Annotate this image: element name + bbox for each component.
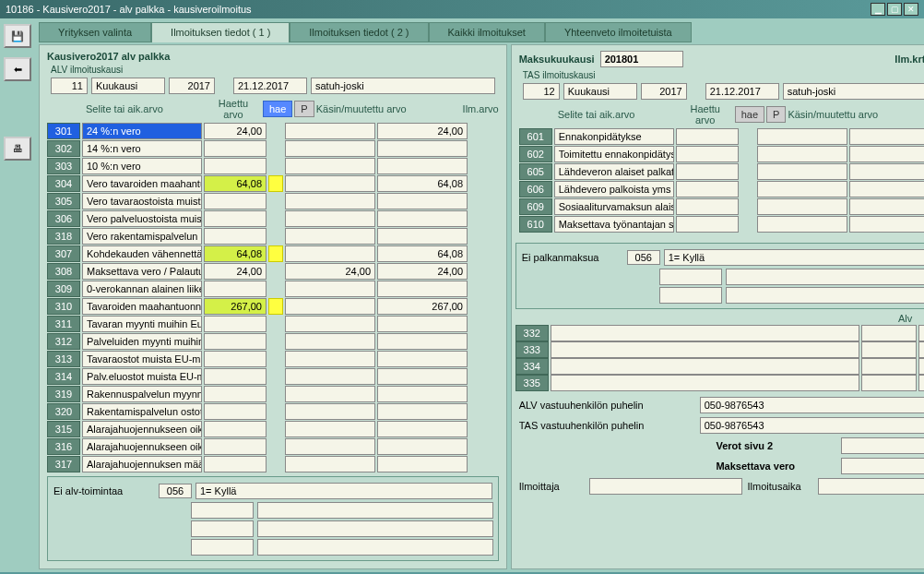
row-code[interactable]: 303 — [47, 158, 80, 174]
row-desc[interactable]: Maksettava vero / Palautu — [82, 263, 202, 280]
save-icon[interactable]: 💾 — [4, 24, 31, 48]
row-desc[interactable]: Tavaroiden maahantuonnit — [82, 298, 202, 315]
row-kasin[interactable] — [285, 210, 375, 227]
row-desc[interactable]: Tavaran myynti muihin Eu — [82, 316, 202, 332]
row-haettu[interactable] — [676, 181, 739, 197]
row-kasin[interactable] — [285, 281, 375, 297]
row-desc[interactable]: Vero rakentamispalvelun o — [82, 228, 202, 245]
row-haettu[interactable] — [204, 386, 267, 402]
row-alv[interactable] — [861, 325, 917, 341]
row-desc[interactable]: Rakennuspalvelun myynn — [82, 386, 202, 402]
row-desc[interactable]: Vero tavaraostoista muist — [82, 193, 202, 209]
tab-yhteenveto[interactable]: Yhteenveto ilmoitetuista — [545, 22, 692, 42]
alv-period-year[interactable]: 2017 — [169, 78, 215, 94]
row-haettu[interactable] — [204, 421, 267, 437]
row-kasin[interactable] — [285, 421, 375, 437]
tas-period-user[interactable]: satuh-joski — [783, 83, 924, 100]
row-desc[interactable]: Lähdevero palkoista yms — [554, 181, 674, 197]
row-kasin[interactable] — [285, 193, 375, 209]
row-haettu[interactable] — [676, 146, 739, 162]
row-kasin[interactable] — [285, 158, 375, 174]
row-alv[interactable] — [861, 358, 917, 375]
row-haettu[interactable]: 64,08 — [204, 245, 267, 262]
tab-yrityksen[interactable]: Yrityksen valinta — [39, 22, 151, 42]
row-code[interactable]: 315 — [47, 421, 80, 437]
row-desc[interactable]: Lähdeveron alaiset palkat — [554, 163, 674, 180]
row-kasin[interactable] — [757, 216, 847, 233]
row-code[interactable]: 309 — [47, 281, 80, 297]
row-field[interactable] — [551, 375, 860, 391]
row-desc[interactable]: Palv.eluostot muista EU-m — [82, 368, 202, 385]
maksukuukausi-value[interactable]: 201801 — [600, 51, 683, 67]
alv-period-date[interactable]: 21.12.2017 — [233, 78, 307, 94]
row-code[interactable]: 312 — [47, 333, 80, 350]
row-kasin[interactable] — [285, 438, 375, 455]
row-desc[interactable]: Maksettava työnantajan s — [554, 216, 674, 233]
row-haettu[interactable] — [204, 333, 267, 350]
row-desc[interactable]: Alarajahuojennuksen määr — [82, 456, 202, 472]
row-haettu[interactable] — [204, 281, 267, 297]
row-haettu[interactable] — [204, 456, 267, 472]
row-code[interactable]: 311 — [47, 316, 80, 332]
row-alv[interactable] — [861, 375, 917, 391]
row-code[interactable]: 333 — [515, 341, 549, 358]
row-kasin[interactable] — [285, 316, 375, 332]
alv-hae-button[interactable]: hae — [263, 101, 292, 117]
row-code[interactable]: 313 — [47, 351, 80, 367]
row-code[interactable]: 318 — [47, 228, 80, 245]
row-desc[interactable]: Sosiaaliturvamaksun alais — [554, 198, 674, 215]
row-kasin[interactable] — [757, 146, 847, 162]
row-kasin[interactable] — [285, 351, 375, 367]
row-code[interactable]: 302 — [47, 140, 80, 157]
row-desc[interactable]: 24 %:n vero — [82, 123, 202, 139]
row-code[interactable]: 610 — [519, 216, 552, 233]
row-haettu[interactable] — [676, 216, 739, 233]
back-icon[interactable]: ⬅ — [4, 57, 31, 81]
row-haettu[interactable] — [204, 368, 267, 385]
row-kasin[interactable] — [285, 140, 375, 157]
row-haettu[interactable] — [204, 193, 267, 209]
row-desc[interactable]: Tavaraostot muista EU-m — [82, 351, 202, 367]
row-desc[interactable]: Alarajahuojennukseen oike — [82, 421, 202, 437]
row-tas[interactable] — [918, 358, 924, 375]
row-haettu[interactable]: 267,00 — [204, 298, 267, 315]
row-desc[interactable]: Toimitettu ennakonpidätys — [554, 146, 674, 162]
ei-alv-value[interactable]: 1= Kyllä — [195, 483, 492, 499]
print-icon[interactable]: 🖶 — [4, 137, 31, 161]
row-haettu[interactable]: 24,00 — [204, 123, 267, 139]
tab-ilmoituksen-1[interactable]: Ilmoituksen tiedot ( 1 ) — [151, 22, 290, 42]
row-kasin[interactable]: 24,00 — [285, 263, 375, 280]
row-haettu[interactable]: 24,00 — [204, 263, 267, 280]
row-code[interactable]: 609 — [519, 198, 552, 215]
row-haettu[interactable] — [204, 210, 267, 227]
row-haettu[interactable] — [676, 198, 739, 215]
row-desc[interactable]: Ennakonpidätykse — [554, 128, 674, 145]
row-haettu[interactable] — [204, 158, 267, 174]
tab-kaikki[interactable]: Kaikki ilmoitukset — [429, 22, 545, 42]
row-haettu[interactable] — [204, 351, 267, 367]
row-kasin[interactable] — [285, 228, 375, 245]
row-field[interactable] — [551, 341, 860, 358]
row-tas[interactable] — [918, 375, 924, 391]
row-alv[interactable] — [861, 341, 917, 358]
row-code[interactable]: 605 — [519, 163, 552, 180]
tas-hae-button[interactable]: hae — [735, 106, 764, 123]
row-kasin[interactable] — [757, 181, 847, 197]
row-code[interactable]: 606 — [519, 181, 552, 197]
row-desc[interactable]: Alarajahuojennukseen oike — [82, 438, 202, 455]
row-tas[interactable] — [918, 325, 924, 341]
row-code[interactable]: 601 — [519, 128, 552, 145]
row-desc[interactable]: Palveluiden myynti muihin — [82, 333, 202, 350]
row-code[interactable]: 314 — [47, 368, 80, 385]
row-code[interactable]: 317 — [47, 456, 80, 472]
tas-period-num[interactable]: 12 — [523, 83, 560, 100]
minimize-button[interactable]: ▁ — [871, 3, 885, 16]
row-kasin[interactable] — [285, 403, 375, 420]
row-haettu[interactable] — [676, 163, 739, 180]
row-haettu[interactable] — [204, 438, 267, 455]
ilmoittaja-value[interactable] — [589, 478, 742, 495]
row-field[interactable] — [551, 358, 860, 375]
row-desc[interactable]: 0-verokannan alainen liike — [82, 281, 202, 297]
row-code[interactable]: 335 — [515, 375, 549, 391]
tas-phone-value[interactable]: 050-9876543 — [700, 417, 924, 434]
